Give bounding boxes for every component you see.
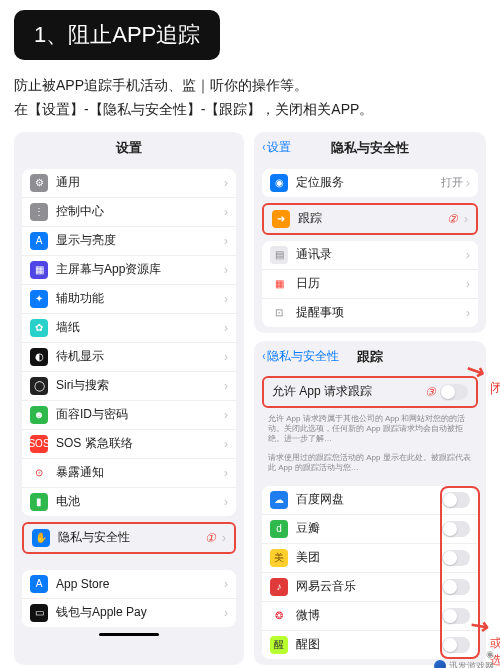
app-tracking-toggle[interactable] — [442, 637, 470, 653]
row-label: Siri与搜索 — [56, 377, 224, 394]
instruction-line-1: 防止被APP追踪手机活动、监｜听你的操作等。 — [14, 74, 486, 98]
list-item[interactable]: 醒醒图 — [262, 631, 478, 659]
app-tracking-toggle[interactable] — [442, 579, 470, 595]
chevron-right-icon: › — [224, 437, 228, 451]
chevron-right-icon: › — [224, 466, 228, 480]
app-icon: ▤ — [270, 246, 288, 264]
list-item[interactable]: A显示与亮度› — [22, 227, 236, 256]
chevron-right-icon: › — [466, 306, 470, 320]
screen-title: ‹设置 隐私与安全性 — [254, 132, 486, 163]
list-item[interactable]: ♪网易云音乐 — [262, 573, 478, 602]
tracking-description-1: 允许 App 请求跨属于其他公司的 App 和网站对您的的活动。关闭此选项，任何… — [254, 412, 486, 451]
allow-tracking-row[interactable]: 允许 App 请求跟踪 ③ — [264, 378, 476, 406]
app-icon: ☻ — [30, 406, 48, 424]
list-item[interactable]: ▮电池› — [22, 488, 236, 516]
chevron-right-icon: › — [224, 408, 228, 422]
app-icon: ♪ — [270, 578, 288, 596]
list-item[interactable]: ▤通讯录› — [262, 241, 478, 270]
privacy-security-row[interactable]: ✋ 隐私与安全性 ① › — [24, 524, 234, 552]
tracking-screen: ‹隐私与安全性 跟踪 允许 App 请求跟踪 ③ 允许 App 请求跨属于其他公… — [254, 341, 486, 665]
app-icon: ◯ — [30, 377, 48, 395]
chevron-right-icon: › — [224, 205, 228, 219]
list-item[interactable]: 美美团 — [262, 544, 478, 573]
app-icon: ◐ — [30, 348, 48, 366]
row-label: 暴露通知 — [56, 464, 224, 481]
app-icon: ❂ — [270, 607, 288, 625]
row-label: 隐私与安全性 — [58, 529, 222, 546]
row-label: 网易云音乐 — [296, 578, 442, 595]
row-label: 待机显示 — [56, 348, 224, 365]
list-item[interactable]: SOSSOS 紧急联络› — [22, 430, 236, 459]
app-tracking-toggle[interactable] — [442, 521, 470, 537]
row-label: 允许 App 请求跟踪 — [272, 383, 440, 400]
app-icon: ▮ — [30, 493, 48, 511]
list-item[interactable]: ⊙暴露通知› — [22, 459, 236, 488]
location-services-row[interactable]: ◉ 定位服务 打开 › — [262, 169, 478, 197]
chevron-right-icon: › — [464, 212, 468, 226]
watermark-logo-icon — [434, 660, 446, 668]
chevron-right-icon: › — [466, 277, 470, 291]
row-label: 显示与亮度 — [56, 232, 224, 249]
step-badge-1: ① — [205, 530, 216, 545]
row-label: 墙纸 — [56, 319, 224, 336]
list-item[interactable]: ▭钱包与Apple Pay› — [22, 599, 236, 627]
row-label: 通讯录 — [296, 246, 466, 263]
row-label: 辅助功能 — [56, 290, 224, 307]
app-icon: ▦ — [270, 275, 288, 293]
app-icon: ▭ — [30, 604, 48, 622]
row-value: 打开 — [441, 175, 463, 190]
chevron-right-icon: › — [224, 350, 228, 364]
list-item[interactable]: ▦主屏幕与App资源库› — [22, 256, 236, 285]
back-button[interactable]: ‹隐私与安全性 — [262, 348, 339, 365]
privacy-security-row-highlight: ✋ 隐私与安全性 ① › — [22, 522, 236, 554]
app-icon: ☁ — [270, 491, 288, 509]
allow-tracking-toggle[interactable] — [440, 384, 468, 400]
screen-title: ‹隐私与安全性 跟踪 — [254, 341, 486, 372]
app-icon: A — [30, 232, 48, 250]
list-item[interactable]: ◐待机显示› — [22, 343, 236, 372]
chevron-right-icon: › — [466, 176, 470, 190]
row-label: 控制中心 — [56, 203, 224, 220]
location-icon: ◉ — [270, 174, 288, 192]
app-icon: A — [30, 575, 48, 593]
row-label: 定位服务 — [296, 174, 441, 191]
list-item[interactable]: ◯Siri与搜索› — [22, 372, 236, 401]
app-tracking-toggle[interactable] — [442, 492, 470, 508]
list-item[interactable]: ⊡提醒事项› — [262, 299, 478, 327]
app-icon: 美 — [270, 549, 288, 567]
app-icon: ✿ — [30, 319, 48, 337]
weibo-watermark-icon: ◉ — [486, 649, 494, 659]
list-item[interactable]: ✿墙纸› — [22, 314, 236, 343]
list-item[interactable]: ❂微博 — [262, 602, 478, 631]
chevron-right-icon: › — [466, 248, 470, 262]
list-item[interactable]: ▦日历› — [262, 270, 478, 299]
list-item[interactable]: ⋮控制中心› — [22, 198, 236, 227]
app-icon: d — [270, 520, 288, 538]
app-tracking-toggle[interactable] — [442, 550, 470, 566]
row-label: 微博 — [296, 607, 442, 624]
app-icon: 醒 — [270, 636, 288, 654]
tracking-row[interactable]: ➜ 跟踪 ② › — [264, 205, 476, 233]
row-label: 提醒事项 — [296, 304, 466, 321]
list-item[interactable]: d豆瓣 — [262, 515, 478, 544]
list-item[interactable]: ✦辅助功能› — [22, 285, 236, 314]
list-item[interactable]: AApp Store› — [22, 570, 236, 599]
step-badge-3: ③ — [425, 384, 436, 399]
row-label: 醒图 — [296, 636, 442, 653]
section-title: 1、阻止APP追踪 — [14, 10, 220, 60]
row-label: 通用 — [56, 174, 224, 191]
row-label: 百度网盘 — [296, 491, 442, 508]
privacy-screen: ‹设置 隐私与安全性 ◉ 定位服务 打开 › ➜ 跟踪 ② — [254, 132, 486, 333]
list-item[interactable]: ☁百度网盘 — [262, 486, 478, 515]
app-icon: ⊡ — [270, 304, 288, 322]
allow-tracking-highlight: 允许 App 请求跟踪 ③ — [262, 376, 478, 408]
row-label: App Store — [56, 577, 224, 591]
back-button[interactable]: ‹设置 — [262, 139, 291, 156]
app-icon: ⚙ — [30, 174, 48, 192]
list-item[interactable]: ⚙通用› — [22, 169, 236, 198]
app-icon: ✦ — [30, 290, 48, 308]
list-item[interactable]: ☻面容ID与密码› — [22, 401, 236, 430]
row-label: SOS 紧急联络 — [56, 435, 224, 452]
arrow-icon: ➜ — [272, 210, 290, 228]
step-badge-2: ② — [447, 211, 458, 226]
